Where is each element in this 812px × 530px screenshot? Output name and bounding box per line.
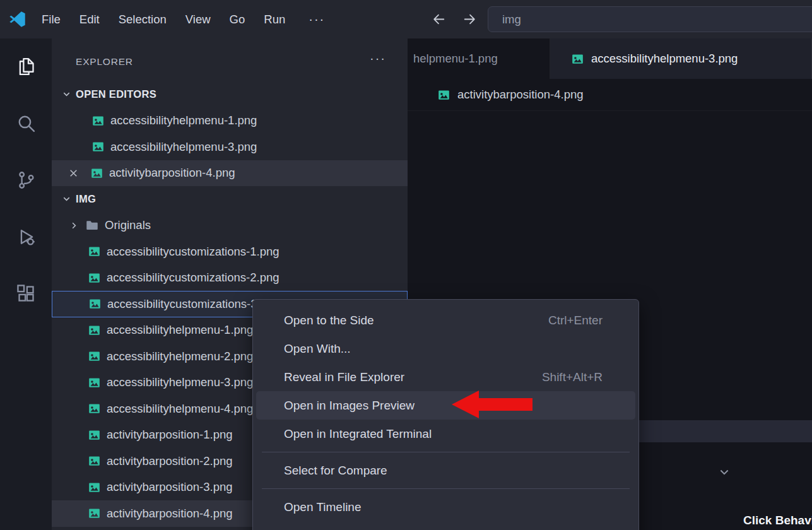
menu-separator xyxy=(262,452,630,452)
image-file-icon xyxy=(92,115,104,127)
context-menu-item-select-for-compare[interactable]: Select for Compare xyxy=(256,456,635,485)
section-open-editors[interactable]: OPEN EDITORS xyxy=(52,81,408,108)
menu-item-label: Select for Compare xyxy=(284,464,387,478)
menu-item-label: Reveal in File Explorer xyxy=(284,370,404,384)
file-name: accessibilitycustomizations-2.png xyxy=(107,271,279,285)
tree-file[interactable]: accessibilitycustomizations-1.png xyxy=(52,238,408,265)
open-editor-item-active[interactable]: activitybarposition-4.png xyxy=(52,160,408,187)
chevron-down-icon xyxy=(62,194,72,204)
image-file-icon xyxy=(88,350,100,362)
file-name: activitybarposition-4.png xyxy=(109,166,235,180)
folder-icon xyxy=(86,219,98,232)
menu-go[interactable]: Go xyxy=(220,13,255,26)
file-name: activitybarposition-1.png xyxy=(107,428,233,442)
image-file-icon xyxy=(88,324,100,336)
menu-item-label: Open in Images Preview xyxy=(284,399,415,413)
tab-label: activitybarposition-4.png xyxy=(457,88,584,102)
section-label: IMG xyxy=(76,193,96,205)
explorer-more-actions-button[interactable]: ··· xyxy=(370,51,386,66)
chevron-down-icon xyxy=(62,90,72,99)
titlebar: File Edit Selection View Go Run ··· img xyxy=(0,0,812,38)
menu-item-label: Open to the Side xyxy=(284,314,374,327)
tab-row-1: helpmenu-1.png accessibilityhelpmenu-3.p… xyxy=(408,38,812,79)
file-name: accessibilitycustomizations-1.png xyxy=(107,245,279,259)
open-editor-item[interactable]: accessibilityhelpmenu-1.png xyxy=(52,108,408,134)
close-icon[interactable] xyxy=(68,168,79,179)
command-center-search[interactable]: img xyxy=(488,6,812,32)
annotation-arrow-icon xyxy=(450,389,534,420)
forward-button[interactable] xyxy=(462,0,478,38)
tree-file[interactable]: accessibilitycustomizations-2.png xyxy=(52,265,408,292)
menu-edit[interactable]: Edit xyxy=(70,13,109,26)
image-file-icon xyxy=(88,377,100,389)
tab-helpmenu-1[interactable]: helpmenu-1.png xyxy=(408,38,550,79)
context-menu-item-open-in-images-preview[interactable]: Open in Images Preview xyxy=(256,391,635,420)
image-file-icon xyxy=(89,298,101,310)
menu-selection[interactable]: Selection xyxy=(109,13,176,26)
section-img[interactable]: IMG xyxy=(52,186,408,213)
menu-view[interactable]: View xyxy=(176,13,220,26)
tree-folder-originals[interactable]: Originals xyxy=(52,213,408,239)
tab-label: helpmenu-1.png xyxy=(413,52,498,66)
sidebar-title: EXPLORER xyxy=(76,56,133,68)
image-file-icon xyxy=(88,429,100,441)
folder-name: Originals xyxy=(105,218,151,232)
image-file-icon xyxy=(88,403,100,415)
activity-bar xyxy=(0,38,52,530)
source-control-icon[interactable] xyxy=(16,170,37,191)
image-file-icon xyxy=(88,507,100,519)
chevron-right-icon xyxy=(69,221,79,230)
context-menu-item-reveal-in-file-explorer[interactable]: Reveal in File Explorer Shift+Alt+R xyxy=(256,363,635,391)
context-menu-item-open-in-integrated-terminal[interactable]: Open in Integrated Terminal xyxy=(256,420,635,448)
image-file-icon xyxy=(88,272,100,284)
menu-item-label: Open Timeline xyxy=(284,500,362,514)
file-name: accessibilityhelpmenu-2.png xyxy=(107,350,253,363)
image-file-icon xyxy=(92,141,104,153)
file-name: accessibilityhelpmenu-1.png xyxy=(107,323,253,337)
menu-file[interactable]: File xyxy=(32,13,70,26)
menu-item-shortcut: Ctrl+Enter xyxy=(548,314,603,327)
menu-item-label: Open With... xyxy=(284,342,351,356)
tab-accessibilityhelpmenu-3[interactable]: accessibilityhelpmenu-3.png xyxy=(550,38,812,79)
image-file-icon xyxy=(88,455,100,467)
image-file-icon xyxy=(88,245,100,257)
open-editor-item[interactable]: accessibilityhelpmenu-3.png xyxy=(52,134,408,160)
tab-activitybarposition-4[interactable]: activitybarposition-4.png xyxy=(408,79,609,110)
preview-partial-text: Click Behavi xyxy=(743,514,812,527)
file-name: accessibilityhelpmenu-4.png xyxy=(107,402,253,416)
image-file-icon xyxy=(438,89,450,101)
run-debug-icon[interactable] xyxy=(16,227,37,247)
search-value: img xyxy=(502,13,521,26)
tab-label: accessibilityhelpmenu-3.png xyxy=(591,52,738,66)
back-button[interactable] xyxy=(431,0,447,38)
menubar: File Edit Selection View Go Run ··· xyxy=(32,0,332,38)
explorer-icon[interactable] xyxy=(16,56,37,77)
image-file-icon xyxy=(572,53,584,65)
file-name: activitybarposition-2.png xyxy=(107,454,233,468)
vscode-logo-icon xyxy=(9,11,26,28)
context-menu: Open to the Side Ctrl+Enter Open With...… xyxy=(252,299,639,530)
menu-item-shortcut: Shift+Alt+R xyxy=(542,370,603,384)
file-name: activitybarposition-4.png xyxy=(107,507,233,521)
preview-chevron-down-icon xyxy=(718,466,731,478)
context-menu-item-open-with[interactable]: Open With... xyxy=(256,334,635,363)
image-file-icon xyxy=(91,167,103,179)
file-name: accessibilityhelpmenu-1.png xyxy=(110,114,257,127)
extensions-icon[interactable] xyxy=(16,283,37,304)
menu-run[interactable]: Run xyxy=(254,13,295,26)
menu-separator xyxy=(262,488,630,489)
context-menu-item-open-to-the-side[interactable]: Open to the Side Ctrl+Enter xyxy=(256,306,635,334)
vscode-window: File Edit Selection View Go Run ··· img xyxy=(0,0,812,530)
file-name: accessibilityhelpmenu-3.png xyxy=(110,140,257,154)
search-icon[interactable] xyxy=(16,113,37,134)
file-name: accessibilityhelpmenu-3.png xyxy=(107,375,253,389)
file-name: activitybarposition-3.png xyxy=(107,480,233,494)
menu-item-label: Open in Integrated Terminal xyxy=(284,427,432,441)
context-menu-item-open-timeline[interactable]: Open Timeline xyxy=(256,493,635,521)
tab-row-2: activitybarposition-4.png xyxy=(408,79,812,111)
more-menus-button[interactable]: ··· xyxy=(301,12,332,26)
image-file-icon xyxy=(88,481,100,493)
section-label: OPEN EDITORS xyxy=(76,88,156,100)
